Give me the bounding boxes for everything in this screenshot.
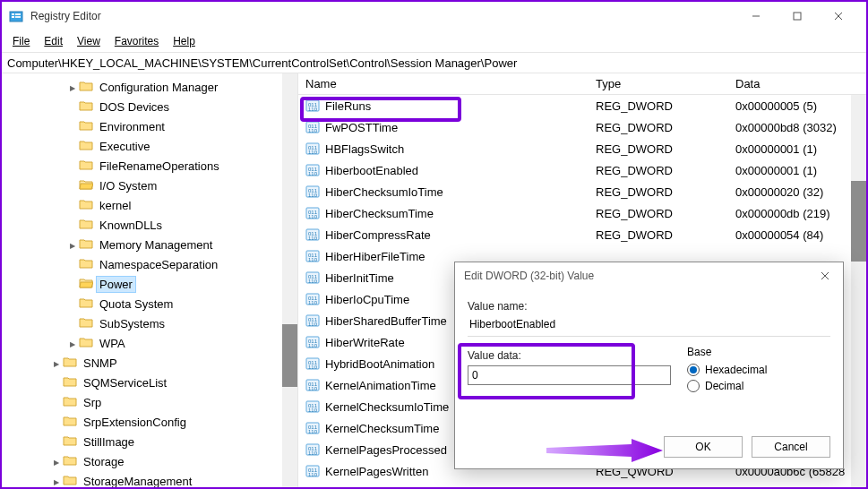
tree-item[interactable]: DOS Devices <box>2 97 297 116</box>
radio-dec-label: Decimal <box>705 380 743 392</box>
tree-item[interactable]: StillImage <box>2 432 297 451</box>
svg-text:110: 110 <box>308 279 318 284</box>
tree-item-label: StillImage <box>81 434 137 450</box>
column-header-type[interactable]: Type <box>589 73 728 94</box>
chevron-right-icon[interactable] <box>50 476 63 486</box>
tree-item[interactable]: Srp <box>2 392 297 412</box>
value-data-input[interactable] <box>468 365 671 385</box>
tree-item[interactable]: WPA <box>2 333 297 353</box>
tree-scrollbar-thumb[interactable] <box>282 324 297 387</box>
tree[interactable]: Configuration ManagerDOS DevicesEnvironm… <box>2 73 297 487</box>
tree-item[interactable]: SNMP <box>2 353 297 373</box>
tree-item[interactable]: KnownDLLs <box>2 215 297 235</box>
close-button[interactable] <box>818 2 859 30</box>
tree-item[interactable]: Quota System <box>2 294 297 313</box>
tree-item[interactable]: Environment <box>2 116 297 136</box>
svg-text:110: 110 <box>308 128 318 133</box>
svg-text:110: 110 <box>308 429 318 434</box>
menu-file[interactable]: File <box>7 33 35 49</box>
cell-type: REG_DWORD <box>589 99 728 113</box>
list-row[interactable]: 011110HiberbootEnabledREG_DWORD0x0000000… <box>298 159 866 181</box>
maximize-button[interactable] <box>777 2 818 30</box>
radio-decimal[interactable]: Decimal <box>687 380 830 392</box>
radio-hexadecimal[interactable]: Hexadecimal <box>687 364 830 376</box>
list-scrollbar-track[interactable] <box>851 95 866 487</box>
cell-type: REG_DWORD <box>589 228 728 242</box>
base-label: Base <box>687 346 830 358</box>
svg-text:110: 110 <box>308 236 318 241</box>
list-scrollbar-thumb[interactable] <box>851 181 866 262</box>
tree-item-label: Srp <box>81 395 104 410</box>
tree-item-label: Configuration Manager <box>97 80 220 95</box>
tree-scrollbar-track[interactable] <box>282 73 297 487</box>
svg-text:110: 110 <box>308 171 318 176</box>
dialog-close-button[interactable] <box>812 266 838 286</box>
folder-icon <box>79 80 97 95</box>
address-text: Computer\HKEY_LOCAL_MACHINE\SYSTEM\Curre… <box>7 56 517 70</box>
column-header-name[interactable]: Name <box>298 73 589 94</box>
menu-favorites[interactable]: Favorites <box>109 33 164 49</box>
tree-item[interactable]: Memory Management <box>2 235 297 254</box>
value-name-label: Value name: <box>468 300 830 313</box>
list-row[interactable]: 011110HiberChecksumIoTimeREG_DWORD0x0000… <box>298 181 866 202</box>
tree-item-label: SQMServiceList <box>81 375 169 390</box>
list-row[interactable]: 011110HiberCompressRateREG_DWORD0x000000… <box>298 224 866 245</box>
svg-text:110: 110 <box>308 150 318 155</box>
tree-item[interactable]: SubSystems <box>2 313 297 333</box>
cell-name: 011110FwPOSTTime <box>298 120 589 134</box>
folder-icon <box>79 277 97 292</box>
list-row[interactable]: 011110HBFlagsSwitchREG_DWORD0x00000001 (… <box>298 138 866 159</box>
tree-item[interactable]: SQMServiceList <box>2 373 297 392</box>
folder-icon <box>79 218 97 233</box>
cell-data: 0x00000001 (1) <box>728 142 866 156</box>
value-name: KernelPagesProcessed <box>325 443 447 457</box>
chevron-right-icon[interactable] <box>50 457 63 467</box>
minimize-button[interactable] <box>735 2 777 30</box>
tree-item[interactable]: NamespaceSeparation <box>2 254 297 274</box>
ok-button[interactable]: OK <box>664 436 743 458</box>
cell-name: 011110HiberChecksumTime <box>298 206 589 220</box>
folder-icon <box>79 296 97 312</box>
cell-data: 0x00000054 (84) <box>728 228 866 242</box>
tree-item-label: Memory Management <box>97 237 215 253</box>
svg-text:110: 110 <box>308 386 318 391</box>
tree-item-label: FileRenameOperations <box>97 159 222 174</box>
cell-name: 011110HBFlagsSwitch <box>298 142 589 156</box>
tree-item[interactable]: Storage <box>2 451 297 471</box>
tree-panel: Configuration ManagerDOS DevicesEnvironm… <box>2 73 298 487</box>
menu-edit[interactable]: Edit <box>39 33 68 49</box>
tree-item[interactable]: I/O System <box>2 176 297 195</box>
list-row[interactable]: 011110FwPOSTTimeREG_DWORD0x00000bd8 (303… <box>298 116 866 138</box>
value-name: HBFlagsSwitch <box>325 142 404 156</box>
tree-item-label: Environment <box>97 119 168 134</box>
svg-text:110: 110 <box>308 472 318 477</box>
value-name: HiberbootEnabled <box>325 164 418 177</box>
cancel-button[interactable]: Cancel <box>752 436 830 458</box>
list-header: Name Type Data <box>298 73 866 95</box>
cell-type: REG_DWORD <box>589 164 728 177</box>
regedit-icon <box>9 9 23 23</box>
address-bar[interactable]: Computer\HKEY_LOCAL_MACHINE\SYSTEM\Curre… <box>2 52 866 73</box>
menu-help[interactable]: Help <box>168 33 201 49</box>
tree-item[interactable]: FileRenameOperations <box>2 156 297 176</box>
folder-icon <box>63 375 81 390</box>
column-header-data[interactable]: Data <box>728 73 866 94</box>
svg-text:110: 110 <box>308 193 318 198</box>
list-row[interactable]: 011110HiberChecksumTimeREG_DWORD0x000000… <box>298 202 866 224</box>
svg-rect-6 <box>794 13 801 20</box>
list-row[interactable]: 011110FileRunsREG_DWORD0x00000005 (5) <box>298 95 866 116</box>
tree-item[interactable]: Power <box>2 274 297 294</box>
menu-view[interactable]: View <box>72 33 106 49</box>
tree-item[interactable]: kernel <box>2 195 297 215</box>
svg-text:110: 110 <box>308 450 318 456</box>
value-name-field[interactable]: HiberbootEnabled <box>468 316 830 337</box>
chevron-right-icon[interactable] <box>66 240 79 250</box>
chevron-right-icon[interactable] <box>66 82 79 92</box>
tree-item[interactable]: Executive <box>2 136 297 156</box>
tree-item-label: I/O System <box>97 178 159 193</box>
chevron-right-icon[interactable] <box>50 358 63 368</box>
tree-item[interactable]: StorageManagement <box>2 471 297 487</box>
tree-item[interactable]: SrpExtensionConfig <box>2 412 297 432</box>
tree-item[interactable]: Configuration Manager <box>2 77 297 97</box>
chevron-right-icon[interactable] <box>66 339 79 348</box>
